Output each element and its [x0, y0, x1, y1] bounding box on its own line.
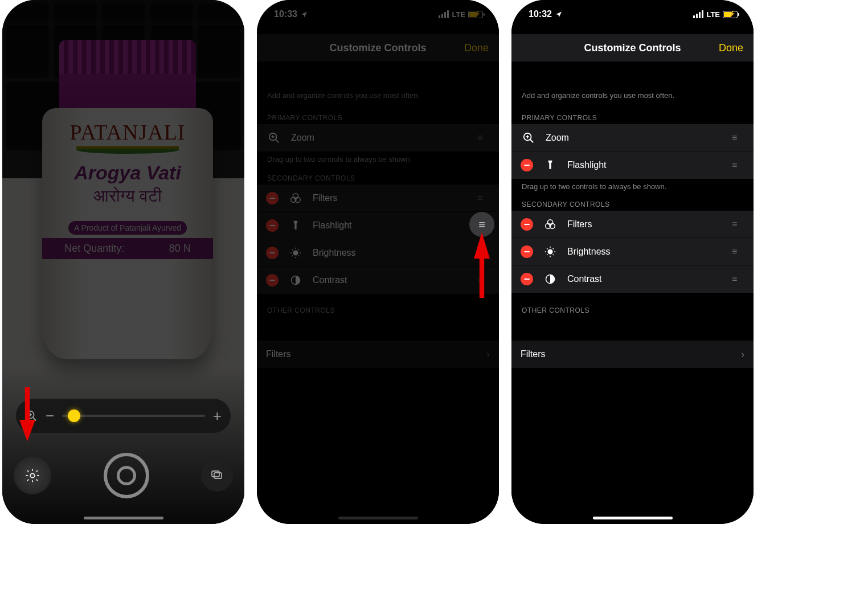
control-row-filters[interactable]: − Filters ≡	[511, 211, 754, 238]
multi-frame-button[interactable]	[201, 460, 233, 492]
control-row-filters[interactable]: − Filters ≡	[257, 185, 499, 212]
brightness-icon	[288, 247, 304, 259]
svg-rect-6	[212, 471, 219, 477]
remove-icon[interactable]: −	[521, 159, 533, 171]
contrast-icon	[288, 275, 304, 286]
row-label: Zoom	[291, 133, 468, 143]
done-button[interactable]: Done	[719, 42, 743, 54]
network-label: LTE	[452, 10, 465, 19]
primary-hint: Drag up to two controls to always be sho…	[522, 182, 666, 191]
row-label: Contrast	[313, 275, 468, 285]
status-time: 10:33	[274, 9, 297, 19]
home-indicator[interactable]	[84, 517, 163, 519]
remove-icon[interactable]: −	[521, 273, 533, 285]
signal-icon	[439, 10, 449, 18]
svg-point-4	[30, 473, 34, 477]
remove-icon[interactable]: −	[521, 218, 533, 231]
row-label: Flashlight	[567, 160, 723, 170]
chevron-right-icon: ›	[486, 349, 490, 361]
reorder-handle-icon[interactable]: ≡	[732, 274, 744, 284]
svg-rect-5	[214, 473, 222, 478]
status-time: 10:32	[529, 9, 552, 19]
flashlight-icon	[542, 159, 558, 171]
svg-line-17	[530, 139, 534, 142]
other-header: OTHER CONTROLS	[522, 306, 589, 314]
remove-icon[interactable]: −	[521, 245, 533, 258]
zoom-thumb[interactable]	[68, 410, 80, 422]
reorder-handle-icon: ≡	[478, 218, 485, 231]
hint-text: Add and organize controls you use most o…	[522, 91, 674, 100]
hint-text: Add and organize controls you use most o…	[267, 91, 420, 100]
nav-header: Customize Controls Done	[511, 34, 754, 62]
reorder-handle-icon[interactable]: ≡	[477, 193, 490, 203]
zoom-track[interactable]	[62, 415, 205, 417]
remove-icon[interactable]: −	[266, 219, 279, 232]
row-label: Filters	[521, 349, 732, 359]
primary-header: PRIMARY CONTROLS	[267, 114, 342, 122]
contrast-icon	[542, 273, 558, 285]
svg-point-14	[293, 251, 297, 255]
battery-icon: ⚡	[723, 11, 738, 18]
control-row-brightness[interactable]: − Brightness ≡	[511, 238, 754, 265]
zoom-in-button[interactable]: +	[213, 407, 222, 425]
secondary-header: SECONDARY CONTROLS	[267, 174, 355, 182]
primary-header: PRIMARY CONTROLS	[522, 114, 597, 122]
control-row-zoom[interactable]: Zoom ≡	[257, 124, 499, 152]
brightness-icon	[542, 245, 558, 258]
control-row-flashlight[interactable]: − Flashlight ≡	[257, 212, 499, 239]
remove-icon[interactable]: −	[266, 247, 279, 259]
remove-icon[interactable]: −	[266, 274, 279, 286]
signal-icon	[693, 10, 703, 18]
location-icon	[555, 11, 562, 18]
svg-line-8	[276, 140, 279, 143]
row-label: Brightness	[567, 247, 723, 257]
reorder-handle-icon[interactable]: ≡	[732, 160, 744, 170]
home-indicator[interactable]	[593, 517, 673, 519]
screen-magnifier: PATANJALI Arogya Vati आरोग्य वटी A Produ…	[2, 0, 244, 524]
frames-icon	[210, 469, 224, 482]
control-row-contrast[interactable]: − Contrast ≡	[257, 267, 499, 294]
zoom-out-button[interactable]: −	[46, 407, 54, 425]
row-label: Brightness	[313, 248, 468, 258]
screen-customize-before: 10:33 LTE ⚡ Customize Controls Done Add …	[257, 0, 499, 524]
row-label: Flashlight	[313, 220, 468, 231]
primary-hint: Drag up to two controls to always be sho…	[267, 155, 412, 163]
row-label: Filters	[266, 349, 477, 359]
row-label: Zoom	[546, 133, 723, 143]
reorder-handle-icon[interactable]: ≡	[732, 219, 744, 230]
control-row-zoom[interactable]: Zoom ≡	[511, 124, 754, 152]
reorder-handle-icon[interactable]: ≡	[732, 247, 744, 257]
svg-point-23	[548, 249, 552, 253]
page-title: Customize Controls	[329, 42, 426, 54]
network-label: LTE	[706, 10, 720, 19]
other-row-filters[interactable]: Filters ›	[511, 341, 754, 368]
filters-icon	[288, 192, 304, 204]
control-row-brightness[interactable]: − Brightness ≡	[257, 239, 499, 267]
home-indicator[interactable]	[338, 517, 418, 519]
page-title: Customize Controls	[584, 42, 681, 54]
zoom-icon	[266, 132, 282, 144]
screen-customize-after: 10:32 LTE ⚡ Customize Controls Done Add …	[511, 0, 754, 524]
control-row-flashlight[interactable]: − Flashlight ≡	[511, 152, 754, 179]
row-label: Filters	[567, 219, 723, 230]
settings-button[interactable]	[14, 457, 51, 494]
gear-icon	[24, 468, 40, 484]
reorder-handle-icon[interactable]: ≡	[477, 133, 490, 143]
done-button[interactable]: Done	[464, 42, 489, 54]
zoom-icon	[521, 132, 537, 144]
remove-icon[interactable]: −	[266, 192, 279, 204]
chevron-right-icon: ›	[741, 349, 744, 361]
other-header: OTHER CONTROLS	[267, 306, 335, 314]
flashlight-icon	[288, 219, 304, 232]
secondary-header: SECONDARY CONTROLS	[522, 200, 610, 208]
row-label: Contrast	[567, 274, 723, 284]
control-row-contrast[interactable]: − Contrast ≡	[511, 265, 754, 293]
filters-icon	[542, 218, 558, 231]
row-label: Filters	[313, 193, 468, 203]
location-icon	[301, 11, 308, 18]
other-row-filters[interactable]: Filters ›	[257, 341, 499, 368]
shutter-button[interactable]	[104, 453, 149, 498]
reorder-handle-icon[interactable]: ≡	[732, 133, 744, 143]
nav-header: Customize Controls Done	[257, 34, 499, 62]
zoom-slider-bar[interactable]: − +	[16, 399, 231, 433]
